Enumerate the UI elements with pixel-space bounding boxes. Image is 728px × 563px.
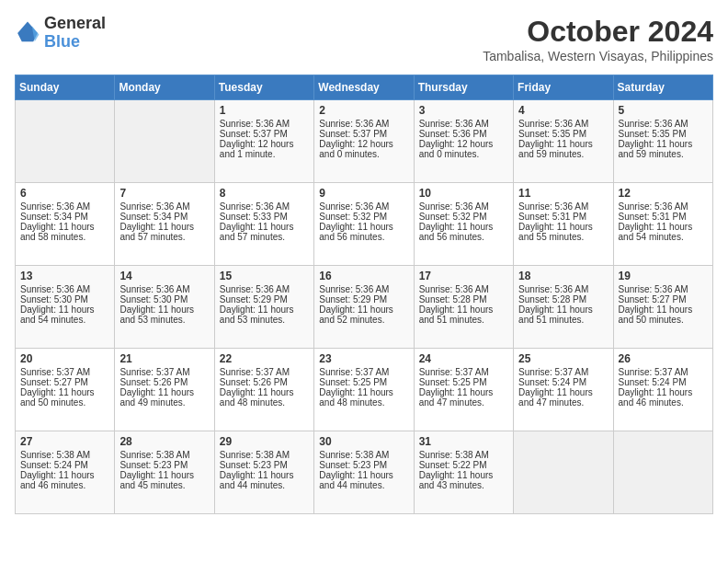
sunrise-text: Sunrise: 5:36 AM <box>518 284 608 294</box>
calendar-cell: 29Sunrise: 5:38 AMSunset: 5:23 PMDayligh… <box>214 431 313 514</box>
daylight-text: Daylight: 12 hours and 0 minutes. <box>319 139 408 159</box>
day-number: 21 <box>119 352 209 365</box>
sunrise-text: Sunrise: 5:36 AM <box>20 201 109 212</box>
logo: General Blue <box>15 15 106 52</box>
calendar-cell: 27Sunrise: 5:38 AMSunset: 5:24 PMDayligh… <box>16 431 115 514</box>
day-header-tuesday: Tuesday <box>214 75 313 100</box>
sunset-text: Sunset: 5:25 PM <box>419 377 508 387</box>
sunset-text: Sunset: 5:35 PM <box>619 129 708 139</box>
sunrise-text: Sunrise: 5:36 AM <box>619 284 708 294</box>
sunset-text: Sunset: 5:27 PM <box>619 294 708 304</box>
sunset-text: Sunset: 5:30 PM <box>20 294 109 304</box>
sunrise-text: Sunrise: 5:36 AM <box>419 284 508 294</box>
daylight-text: Daylight: 11 hours and 46 minutes. <box>20 470 109 490</box>
calendar-cell: 21Sunrise: 5:37 AMSunset: 5:26 PMDayligh… <box>115 349 214 431</box>
calendar-cell: 8Sunrise: 5:36 AMSunset: 5:33 PMDaylight… <box>214 183 313 266</box>
daylight-text: Daylight: 11 hours and 56 minutes. <box>419 222 508 242</box>
calendar-cell: 18Sunrise: 5:36 AMSunset: 5:28 PMDayligh… <box>514 266 613 349</box>
day-number: 23 <box>319 352 408 365</box>
calendar-cell: 11Sunrise: 5:36 AMSunset: 5:31 PMDayligh… <box>514 183 613 266</box>
calendar-cell: 13Sunrise: 5:36 AMSunset: 5:30 PMDayligh… <box>16 266 115 349</box>
day-header-saturday: Saturday <box>613 75 712 100</box>
calendar-cell: 9Sunrise: 5:36 AMSunset: 5:32 PMDaylight… <box>314 183 414 266</box>
day-number: 4 <box>518 104 608 117</box>
day-header-sunday: Sunday <box>16 75 115 100</box>
week-row-3: 13Sunrise: 5:36 AMSunset: 5:30 PMDayligh… <box>16 266 713 349</box>
day-number: 11 <box>518 187 608 200</box>
title-area: October 2024 Tambalisa, Western Visayas,… <box>483 15 713 63</box>
calendar-cell: 15Sunrise: 5:36 AMSunset: 5:29 PMDayligh… <box>214 266 313 349</box>
day-number: 28 <box>119 435 209 448</box>
daylight-text: Daylight: 11 hours and 52 minutes. <box>319 304 408 325</box>
calendar-cell: 4Sunrise: 5:36 AMSunset: 5:35 PMDaylight… <box>514 100 613 183</box>
day-number: 7 <box>119 187 209 200</box>
calendar-cell: 22Sunrise: 5:37 AMSunset: 5:26 PMDayligh… <box>214 349 313 431</box>
calendar-cell: 5Sunrise: 5:36 AMSunset: 5:35 PMDaylight… <box>613 100 712 183</box>
sunset-text: Sunset: 5:23 PM <box>319 460 408 470</box>
sunset-text: Sunset: 5:35 PM <box>518 129 608 139</box>
sunset-text: Sunset: 5:29 PM <box>220 294 309 304</box>
daylight-text: Daylight: 11 hours and 47 minutes. <box>419 387 508 408</box>
day-number: 24 <box>419 352 508 365</box>
sunrise-text: Sunrise: 5:36 AM <box>319 119 408 129</box>
daylight-text: Daylight: 11 hours and 48 minutes. <box>220 387 309 408</box>
calendar-table: SundayMondayTuesdayWednesdayThursdayFrid… <box>15 75 713 514</box>
sunset-text: Sunset: 5:30 PM <box>119 294 209 304</box>
day-number: 29 <box>220 435 309 448</box>
calendar-cell <box>115 100 214 183</box>
sunrise-text: Sunrise: 5:37 AM <box>518 367 608 377</box>
calendar-cell: 23Sunrise: 5:37 AMSunset: 5:25 PMDayligh… <box>314 349 414 431</box>
sunset-text: Sunset: 5:36 PM <box>419 129 508 139</box>
sunrise-text: Sunrise: 5:37 AM <box>419 367 508 377</box>
sunrise-text: Sunrise: 5:36 AM <box>518 119 608 129</box>
calendar-cell: 3Sunrise: 5:36 AMSunset: 5:36 PMDaylight… <box>414 100 513 183</box>
calendar-cell: 25Sunrise: 5:37 AMSunset: 5:24 PMDayligh… <box>514 349 613 431</box>
sunset-text: Sunset: 5:22 PM <box>419 460 508 470</box>
calendar-cell: 26Sunrise: 5:37 AMSunset: 5:24 PMDayligh… <box>613 349 712 431</box>
logo-line1: General <box>44 15 106 33</box>
sunset-text: Sunset: 5:24 PM <box>518 377 608 387</box>
location-title: Tambalisa, Western Visayas, Philippines <box>483 49 713 63</box>
calendar-cell <box>613 431 712 514</box>
calendar-cell <box>16 100 115 183</box>
sunset-text: Sunset: 5:27 PM <box>20 377 109 387</box>
sunset-text: Sunset: 5:28 PM <box>518 294 608 304</box>
daylight-text: Daylight: 11 hours and 57 minutes. <box>119 222 209 242</box>
sunset-text: Sunset: 5:26 PM <box>119 377 209 387</box>
calendar-cell: 20Sunrise: 5:37 AMSunset: 5:27 PMDayligh… <box>16 349 115 431</box>
sunrise-text: Sunrise: 5:36 AM <box>20 284 109 294</box>
sunrise-text: Sunrise: 5:36 AM <box>220 284 309 294</box>
day-number: 18 <box>518 270 608 282</box>
sunset-text: Sunset: 5:24 PM <box>619 377 708 387</box>
sunrise-text: Sunrise: 5:36 AM <box>220 201 309 212</box>
sunset-text: Sunset: 5:23 PM <box>119 460 209 470</box>
sunrise-text: Sunrise: 5:36 AM <box>619 119 708 129</box>
calendar-cell: 28Sunrise: 5:38 AMSunset: 5:23 PMDayligh… <box>115 431 214 514</box>
sunrise-text: Sunrise: 5:38 AM <box>20 450 109 460</box>
calendar-body: 1Sunrise: 5:36 AMSunset: 5:37 PMDaylight… <box>16 100 713 514</box>
calendar-cell: 19Sunrise: 5:36 AMSunset: 5:27 PMDayligh… <box>613 266 712 349</box>
day-number: 19 <box>619 270 708 282</box>
calendar-cell <box>514 431 613 514</box>
daylight-text: Daylight: 11 hours and 54 minutes. <box>619 222 708 242</box>
sunset-text: Sunset: 5:31 PM <box>619 212 708 222</box>
day-number: 30 <box>319 435 408 448</box>
day-number: 25 <box>518 352 608 365</box>
daylight-text: Daylight: 11 hours and 43 minutes. <box>419 470 508 490</box>
calendar-cell: 10Sunrise: 5:36 AMSunset: 5:32 PMDayligh… <box>414 183 513 266</box>
sunrise-text: Sunrise: 5:36 AM <box>119 201 209 212</box>
sunset-text: Sunset: 5:25 PM <box>319 377 408 387</box>
daylight-text: Daylight: 11 hours and 48 minutes. <box>319 387 408 408</box>
calendar-cell: 12Sunrise: 5:36 AMSunset: 5:31 PMDayligh… <box>613 183 712 266</box>
calendar-cell: 14Sunrise: 5:36 AMSunset: 5:30 PMDayligh… <box>115 266 214 349</box>
daylight-text: Daylight: 11 hours and 58 minutes. <box>20 222 109 242</box>
daylight-text: Daylight: 11 hours and 50 minutes. <box>619 304 708 325</box>
calendar-cell: 30Sunrise: 5:38 AMSunset: 5:23 PMDayligh… <box>314 431 414 514</box>
sunset-text: Sunset: 5:28 PM <box>419 294 508 304</box>
sunrise-text: Sunrise: 5:38 AM <box>419 450 508 460</box>
daylight-text: Daylight: 11 hours and 59 minutes. <box>619 139 708 159</box>
day-number: 15 <box>220 270 309 282</box>
sunrise-text: Sunrise: 5:37 AM <box>119 367 209 377</box>
daylight-text: Daylight: 11 hours and 56 minutes. <box>319 222 408 242</box>
daylight-text: Daylight: 11 hours and 53 minutes. <box>220 304 309 325</box>
